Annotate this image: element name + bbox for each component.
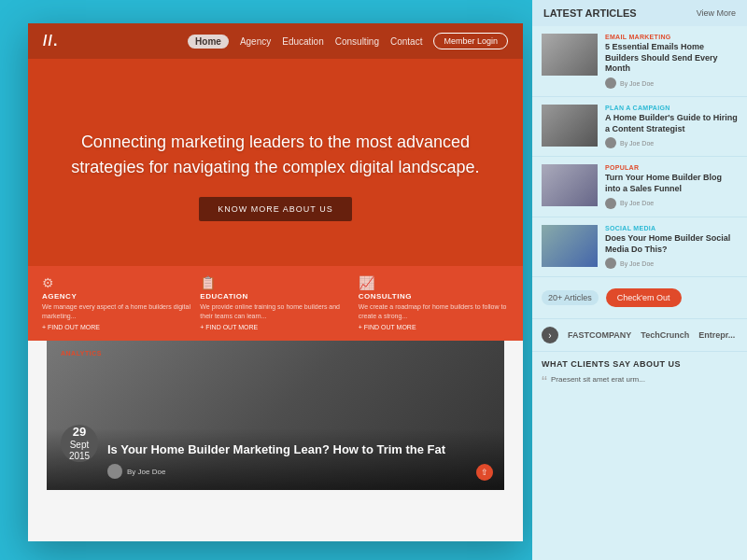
consulting-title: CONSULTING bbox=[359, 292, 509, 301]
nav-link-agency[interactable]: Agency bbox=[240, 36, 271, 47]
articles-count: 20+ Articles bbox=[542, 290, 599, 305]
article-thumb-2 bbox=[542, 105, 598, 147]
blog-year: 2015 bbox=[69, 451, 90, 462]
consulting-desc: We create a roadmap for home builders to… bbox=[359, 302, 509, 321]
right-panel: LATEST ARTICLES View More EMAIL MARKETIN… bbox=[532, 0, 747, 560]
article-list: EMAIL MARKETING 5 Essential Emails Home … bbox=[532, 26, 747, 277]
article-content-1: EMAIL MARKETING 5 Essential Emails Home … bbox=[605, 34, 738, 89]
blog-month: Sept bbox=[70, 440, 90, 451]
feature-education: 📋 EDUCATION We provide online training s… bbox=[200, 275, 350, 331]
checkem-button[interactable]: Check'em Out bbox=[606, 288, 682, 307]
testimonial-text: Praesent sit amet erat urm... bbox=[551, 374, 645, 385]
education-title: EDUCATION bbox=[200, 292, 350, 301]
agency-icon: ⚙ bbox=[42, 275, 192, 290]
brand-prev-arrow[interactable]: › bbox=[542, 327, 558, 343]
article-avatar-2 bbox=[605, 137, 616, 148]
logo: //. bbox=[43, 33, 58, 49]
article-content-4: SOCIAL MEDIA Does Your Home Builder Soci… bbox=[605, 225, 738, 269]
education-desc: We provide online training so home build… bbox=[200, 302, 350, 321]
article-avatar-1 bbox=[605, 77, 616, 89]
article-author-row-3: By Joe Doe bbox=[605, 198, 738, 209]
article-category-3: POPULAR bbox=[605, 164, 738, 171]
blog-avatar bbox=[107, 464, 122, 479]
testimonials-section: WHAT CLIENTS SAY ABOUT US “ Praesent sit… bbox=[532, 352, 747, 399]
article-thumb-4 bbox=[542, 225, 598, 267]
article-author-4: By Joe Doe bbox=[620, 260, 654, 267]
consulting-icon: 📈 bbox=[359, 275, 509, 290]
feature-consulting: 📈 CONSULTING We create a roadmap for hom… bbox=[359, 275, 509, 331]
article-category-1: EMAIL MARKETING bbox=[605, 34, 738, 40]
nav-link-contact[interactable]: Contact bbox=[390, 36, 422, 47]
consulting-link[interactable]: + FIND OUT MORE bbox=[359, 324, 509, 330]
article-author-row-4: By Joe Doe bbox=[605, 258, 738, 269]
testimonials-title: WHAT CLIENTS SAY ABOUT US bbox=[542, 359, 738, 369]
article-title-1: 5 Essential Emails Home Builders Should … bbox=[605, 42, 738, 75]
article-content-3: POPULAR Turn Your Home Builder Blog into… bbox=[605, 164, 738, 208]
article-title-4: Does Your Home Builder Social Media Do T… bbox=[605, 233, 738, 255]
article-content-2: PLAN A CAMPAIGN A Home Builder's Guide t… bbox=[605, 105, 738, 148]
quote-mark: “ bbox=[542, 374, 547, 391]
nav-links: Home Agency Education Consulting Contact… bbox=[188, 33, 508, 49]
agency-desc: We manage every aspect of a home builder… bbox=[42, 302, 192, 321]
nav-link-education[interactable]: Education bbox=[282, 36, 323, 47]
agency-link[interactable]: + FIND OUT MORE bbox=[42, 324, 192, 330]
blog-author: By Joe Doe bbox=[127, 468, 165, 476]
hero-content: Connecting marketing leaders to the most… bbox=[65, 130, 486, 221]
latest-articles-header: LATEST ARTICLES View More bbox=[532, 0, 747, 26]
brand-techcrunch: TechCrunch bbox=[641, 330, 689, 340]
blog-date-badge: 29 Sept 2015 bbox=[61, 425, 98, 462]
member-login-button[interactable]: Member Login bbox=[433, 33, 508, 49]
article-title-3: Turn Your Home Builder Blog into a Sales… bbox=[605, 173, 738, 194]
features-section: ⚙ AGENCY We manage every aspect of a hom… bbox=[28, 266, 523, 341]
website-panel: //. Home Agency Education Consulting Con… bbox=[28, 23, 523, 541]
blog-card-main: ANALYTICS 29 Sept 2015 Is Your Home Buil… bbox=[47, 341, 504, 490]
article-title-2: A Home Builder's Guide to Hiring a Conte… bbox=[605, 113, 738, 134]
article-item-1[interactable]: EMAIL MARKETING 5 Essential Emails Home … bbox=[532, 26, 747, 97]
agency-title: AGENCY bbox=[42, 292, 192, 301]
blog-tag: ANALYTICS bbox=[61, 350, 102, 357]
education-link[interactable]: + FIND OUT MORE bbox=[200, 324, 350, 330]
article-thumb-3 bbox=[542, 164, 598, 206]
blog-meta: By Joe Doe bbox=[107, 464, 490, 479]
brand-fastcompany: FASTCOMPANY bbox=[568, 330, 631, 340]
blog-card-overlay: 29 Sept 2015 Is Your Home Builder Market… bbox=[47, 428, 504, 490]
nav-link-home[interactable]: Home bbox=[188, 35, 229, 49]
hero-headline: Connecting marketing leaders to the most… bbox=[65, 130, 486, 180]
blog-day: 29 bbox=[73, 425, 86, 440]
latest-articles-title: LATEST ARTICLES bbox=[543, 7, 637, 19]
brands-row: › FASTCOMPANY TechCrunch Entrepr... bbox=[532, 319, 747, 352]
article-avatar-3 bbox=[605, 198, 616, 209]
article-item-2[interactable]: PLAN A CAMPAIGN A Home Builder's Guide t… bbox=[532, 97, 747, 157]
article-author-1: By Joe Doe bbox=[620, 80, 654, 87]
cta-section: 20+ Articles Check'em Out bbox=[532, 277, 747, 319]
blog-title: Is Your Home Builder Marketing Lean? How… bbox=[107, 442, 490, 458]
article-item-3[interactable]: POPULAR Turn Your Home Builder Blog into… bbox=[532, 157, 747, 217]
article-author-row-2: By Joe Doe bbox=[605, 137, 738, 148]
article-author-row-1: By Joe Doe bbox=[605, 77, 738, 89]
navigation: //. Home Agency Education Consulting Con… bbox=[28, 23, 523, 59]
article-author-2: By Joe Doe bbox=[620, 140, 654, 147]
article-author-3: By Joe Doe bbox=[620, 200, 654, 206]
education-icon: 📋 bbox=[200, 275, 350, 290]
article-item-4[interactable]: SOCIAL MEDIA Does Your Home Builder Soci… bbox=[532, 217, 747, 277]
article-category-4: SOCIAL MEDIA bbox=[605, 225, 738, 231]
article-avatar-4 bbox=[605, 258, 616, 269]
nav-link-consulting[interactable]: Consulting bbox=[335, 36, 379, 47]
blog-section: ANALYTICS 29 Sept 2015 Is Your Home Buil… bbox=[28, 341, 523, 541]
article-thumb-1 bbox=[542, 34, 598, 76]
brand-entrepreneur: Entrepr... bbox=[698, 330, 735, 340]
article-category-2: PLAN A CAMPAIGN bbox=[605, 105, 738, 111]
feature-agency: ⚙ AGENCY We manage every aspect of a hom… bbox=[42, 275, 192, 331]
share-icon[interactable]: ⇧ bbox=[476, 464, 493, 481]
page-wrapper: //. Home Agency Education Consulting Con… bbox=[0, 0, 747, 560]
hero-section: Connecting marketing leaders to the most… bbox=[28, 23, 523, 299]
view-more-link[interactable]: View More bbox=[697, 8, 736, 18]
hero-cta-button[interactable]: KNOW MORE ABOUT US bbox=[199, 197, 351, 221]
